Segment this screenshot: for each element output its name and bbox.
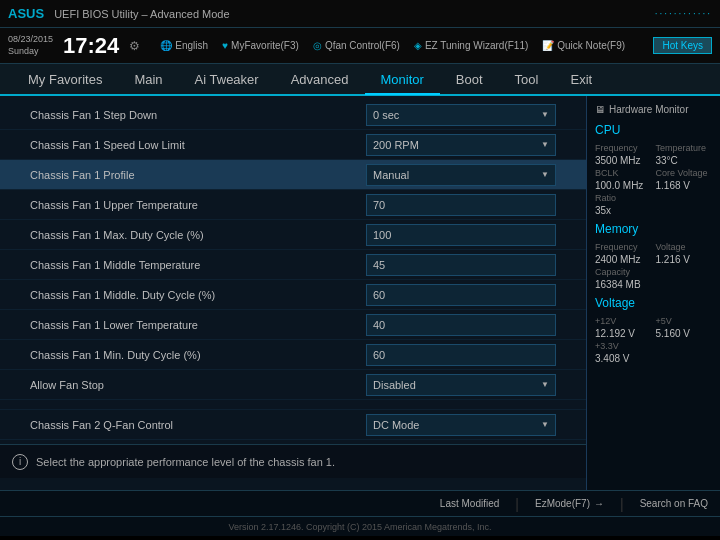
setting-label-0: Chassis Fan 1 Step Down xyxy=(30,109,366,121)
dropdown-11[interactable]: DC Mode ▼ xyxy=(366,414,556,436)
setting-row-11: Chassis Fan 2 Q-Fan Control DC Mode ▼ xyxy=(0,410,586,440)
cpu-bclk-value: 100.0 MHz xyxy=(595,180,652,191)
setting-label-5: Chassis Fan 1 Middle Temperature xyxy=(30,259,366,271)
dropdown-9[interactable]: Disabled ▼ xyxy=(366,374,556,396)
time-display: 17:24 xyxy=(63,33,119,59)
my-favorite-btn[interactable]: ♥ MyFavorite(F3) xyxy=(222,40,299,51)
separator-2: | xyxy=(620,496,624,512)
chevron-down-icon: ▼ xyxy=(541,170,549,179)
monitor-screen-icon: 🖥 xyxy=(595,104,605,115)
top-bar-right: ············ xyxy=(655,8,712,19)
qfan-btn[interactable]: ◎ Qfan Control(F6) xyxy=(313,40,400,51)
mem-volt-value: 1.216 V xyxy=(656,254,713,265)
language-selector[interactable]: 🌐 English xyxy=(160,40,208,51)
setting-value-1: 200 RPM ▼ xyxy=(366,134,566,156)
voltage-section-title: Voltage xyxy=(595,296,712,310)
nav-monitor[interactable]: Monitor xyxy=(365,66,440,95)
cpu-grid: Frequency Temperature 3500 MHz 33°C BCLK… xyxy=(595,143,712,216)
setting-row-7: Chassis Fan 1 Lower Temperature 40 xyxy=(0,310,586,340)
setting-value-3: 70 xyxy=(366,194,566,216)
setting-row-0: Chassis Fan 1 Step Down 0 sec ▼ xyxy=(0,100,586,130)
footer: Version 2.17.1246. Copyright (C) 2015 Am… xyxy=(0,516,720,536)
nav-exit[interactable]: Exit xyxy=(554,66,608,93)
ez-mode-btn[interactable]: EzMode(F7) → xyxy=(535,498,604,509)
cpu-ratio-label: Ratio xyxy=(595,193,652,203)
setting-value-6: 60 xyxy=(366,284,566,306)
textbox-3[interactable]: 70 xyxy=(366,194,556,216)
v5-value: 5.160 V xyxy=(656,328,713,339)
separator-1: | xyxy=(515,496,519,512)
chevron-down-icon: ▼ xyxy=(541,420,549,429)
search-faq-btn[interactable]: Search on FAQ xyxy=(640,498,708,509)
ez-tuning-btn[interactable]: ◈ EZ Tuning Wizard(F11) xyxy=(414,40,528,51)
textbox-7[interactable]: 40 xyxy=(366,314,556,336)
asus-logo: ASUS xyxy=(8,6,44,21)
setting-value-11: DC Mode ▼ xyxy=(366,414,566,436)
cpu-freq-label: Frequency xyxy=(595,143,652,153)
setting-label-3: Chassis Fan 1 Upper Temperature xyxy=(30,199,366,211)
top-bar: ASUS UEFI BIOS Utility – Advanced Mode ·… xyxy=(0,0,720,28)
main-layout: Chassis Fan 1 Step Down 0 sec ▼ Chassis … xyxy=(0,96,720,490)
date-block: 08/23/2015 Sunday xyxy=(8,34,53,57)
setting-label-4: Chassis Fan 1 Max. Duty Cycle (%) xyxy=(30,229,366,241)
v33-label: +3.3V xyxy=(595,341,652,351)
v33-value: 3.408 V xyxy=(595,353,652,364)
nav-ai-tweaker[interactable]: Ai Tweaker xyxy=(179,66,275,93)
app-title: UEFI BIOS Utility – Advanced Mode xyxy=(54,8,649,20)
textbox-5[interactable]: 45 xyxy=(366,254,556,276)
globe-icon: 🌐 xyxy=(160,40,172,51)
setting-row-8: Chassis Fan 1 Min. Duty Cycle (%) 60 xyxy=(0,340,586,370)
textbox-4[interactable]: 100 xyxy=(366,224,556,246)
nav-my-favorites[interactable]: My Favorites xyxy=(12,66,118,93)
cpu-section-title: CPU xyxy=(595,123,712,137)
nav-main[interactable]: Main xyxy=(118,66,178,93)
dropdown-2[interactable]: Manual ▼ xyxy=(366,164,556,186)
nav-boot[interactable]: Boot xyxy=(440,66,499,93)
setting-row-2: Chassis Fan 1 Profile Manual ▼ xyxy=(0,160,586,190)
time-bar: 08/23/2015 Sunday 17:24 ⚙ 🌐 English ♥ My… xyxy=(0,28,720,64)
nav-advanced[interactable]: Advanced xyxy=(275,66,365,93)
setting-label-11: Chassis Fan 2 Q-Fan Control xyxy=(30,419,366,431)
cpu-corev-label: Core Voltage xyxy=(656,168,713,178)
textbox-6[interactable]: 60 xyxy=(366,284,556,306)
setting-label-1: Chassis Fan 1 Speed Low Limit xyxy=(30,139,366,151)
settings-area: Chassis Fan 1 Step Down 0 sec ▼ Chassis … xyxy=(0,96,586,444)
chevron-down-icon: ▼ xyxy=(541,140,549,149)
quick-note-btn[interactable]: 📝 Quick Note(F9) xyxy=(542,40,625,51)
setting-value-2: Manual ▼ xyxy=(366,164,566,186)
setting-row-6: Chassis Fan 1 Middle. Duty Cycle (%) 60 xyxy=(0,280,586,310)
setting-label-9: Allow Fan Stop xyxy=(30,379,366,391)
cpu-temp-label: Temperature xyxy=(656,143,713,153)
setting-value-7: 40 xyxy=(366,314,566,336)
day: Sunday xyxy=(8,46,53,58)
setting-value-4: 100 xyxy=(366,224,566,246)
hw-monitor-title: 🖥 Hardware Monitor xyxy=(595,104,712,115)
mem-cap-label: Capacity xyxy=(595,267,652,277)
heart-icon: ♥ xyxy=(222,40,228,51)
gear-icon[interactable]: ⚙ xyxy=(129,39,140,53)
setting-label-7: Chassis Fan 1 Lower Temperature xyxy=(30,319,366,331)
v12-label: +12V xyxy=(595,316,652,326)
last-modified-btn[interactable]: Last Modified xyxy=(440,498,499,509)
dropdown-1[interactable]: 200 RPM ▼ xyxy=(366,134,556,156)
nav-tool[interactable]: Tool xyxy=(499,66,555,93)
cpu-temp-value: 33°C xyxy=(656,155,713,166)
hot-keys-button[interactable]: Hot Keys xyxy=(653,37,712,54)
mem-volt-label: Voltage xyxy=(656,242,713,252)
cpu-bclk-label: BCLK xyxy=(595,168,652,178)
dropdown-0[interactable]: 0 sec ▼ xyxy=(366,104,556,126)
footer-text: Version 2.17.1246. Copyright (C) 2015 Am… xyxy=(228,522,491,532)
setting-row-1: Chassis Fan 1 Speed Low Limit 200 RPM ▼ xyxy=(0,130,586,160)
v5-label: +5V xyxy=(656,316,713,326)
chevron-down-icon: ▼ xyxy=(541,110,549,119)
mem-cap-value: 16384 MB xyxy=(595,279,652,290)
v12-value: 12.192 V xyxy=(595,328,652,339)
setting-label-6: Chassis Fan 1 Middle. Duty Cycle (%) xyxy=(30,289,366,301)
chevron-down-icon: ▼ xyxy=(541,380,549,389)
info-bar: i Select the appropriate performance lev… xyxy=(0,444,586,478)
textbox-8[interactable]: 60 xyxy=(366,344,556,366)
setting-value-8: 60 xyxy=(366,344,566,366)
voltage-grid: +12V +5V 12.192 V 5.160 V +3.3V 3.408 V xyxy=(595,316,712,364)
setting-row-5: Chassis Fan 1 Middle Temperature 45 xyxy=(0,250,586,280)
mem-freq-label: Frequency xyxy=(595,242,652,252)
